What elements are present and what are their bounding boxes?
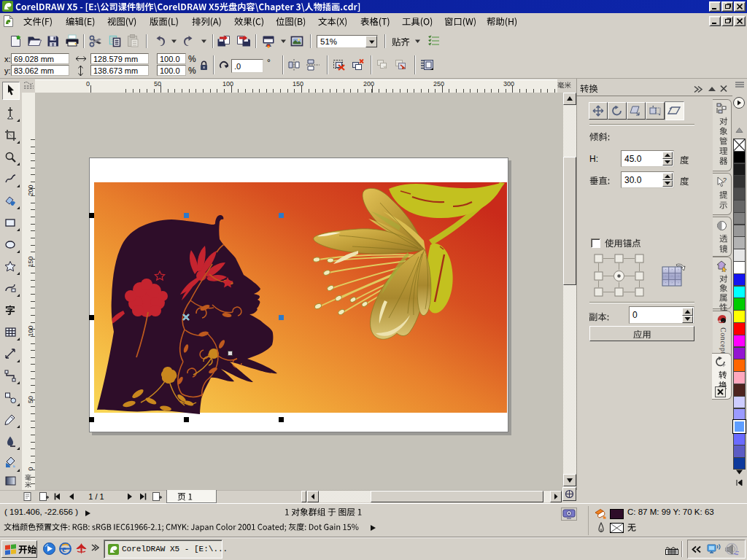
svg-text:?: ? — [723, 176, 727, 184]
svg-text:e: e — [62, 543, 66, 554]
